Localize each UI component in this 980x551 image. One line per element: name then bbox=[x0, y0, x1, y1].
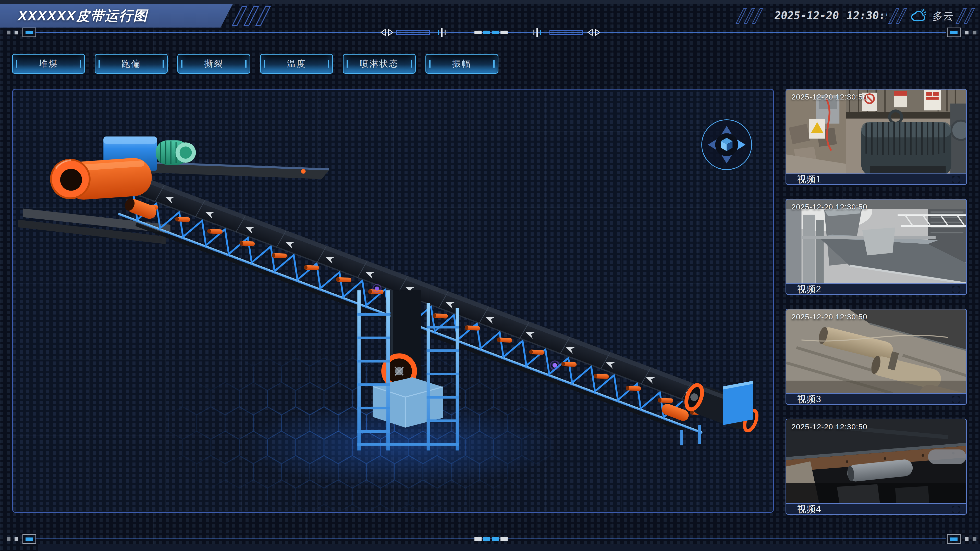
video-timestamp: 2025-12-20 12:30:50 bbox=[791, 203, 867, 211]
button-temperature[interactable]: 温度 bbox=[260, 54, 333, 74]
center-dashes bbox=[474, 27, 508, 38]
weather-label: 多云 bbox=[932, 9, 955, 23]
video-label: 视频4 bbox=[797, 503, 821, 515]
corner-ornament bbox=[6, 27, 36, 38]
dash-box-ornament bbox=[22, 27, 36, 37]
deco-ticks bbox=[532, 27, 541, 38]
corner-ornament bbox=[947, 27, 977, 38]
deco-ticks bbox=[438, 27, 447, 38]
video-label: 视频1 bbox=[797, 173, 821, 185]
expand-icon[interactable] bbox=[951, 285, 961, 294]
expand-icon[interactable] bbox=[951, 505, 961, 514]
video-feed-4: 2025-12-20 12:30:50 bbox=[786, 419, 966, 503]
dash-box-ornament bbox=[22, 534, 36, 544]
video-feed-1: 2025-12-20 12:30:50 bbox=[786, 89, 966, 173]
nav-pad[interactable] bbox=[702, 120, 752, 170]
video-card-4[interactable]: 2025-12-20 12:30:50 视频4 bbox=[786, 419, 967, 515]
expand-icon[interactable] bbox=[951, 395, 961, 404]
arrow-pair-icon bbox=[380, 27, 394, 38]
video-bar: 视频3 bbox=[786, 393, 966, 405]
page-title: XXXXXX皮带运行图 bbox=[18, 6, 148, 25]
video-card-1[interactable]: 2025-12-20 12:30:50 视频1 bbox=[786, 89, 967, 185]
button-tear[interactable]: 撕裂 bbox=[177, 54, 250, 74]
top-strip bbox=[0, 0, 980, 4]
corner-ornament bbox=[6, 534, 36, 545]
date-text: 2025-12-20 bbox=[773, 9, 840, 24]
cloudy-icon bbox=[911, 9, 927, 24]
arrow-pair-icon bbox=[587, 27, 601, 38]
video-timestamp: 2025-12-20 12:30:50 bbox=[791, 313, 867, 321]
video-card-3[interactable]: 2025-12-20 12:30:50 视频3 bbox=[786, 309, 967, 405]
video-timestamp: 2025-12-20 12:30:50 bbox=[791, 422, 867, 431]
dash-box-ornament bbox=[947, 534, 961, 544]
3d-viewport[interactable] bbox=[12, 89, 774, 513]
bottom-deco-row bbox=[0, 534, 980, 545]
video-bar: 视频2 bbox=[786, 283, 966, 295]
header: XXXXXX皮带运行图 2025-12-20 12:30:5 多云 bbox=[0, 4, 980, 27]
expand-icon[interactable] bbox=[951, 175, 961, 184]
deco-rect bbox=[396, 27, 430, 38]
button-coal-pile[interactable]: 堆煤 bbox=[12, 54, 85, 74]
conveyor-3d-scene bbox=[13, 89, 773, 512]
dashboard-screen: XXXXXX皮带运行图 2025-12-20 12:30:5 多云 bbox=[0, 0, 980, 551]
top-deco-row bbox=[0, 27, 980, 38]
video-label: 视频3 bbox=[797, 393, 821, 405]
button-spray-status[interactable]: 喷淋状态 bbox=[343, 54, 416, 74]
footer-band bbox=[38, 545, 980, 551]
datetime-display: 2025-12-20 12:30:5 bbox=[773, 9, 888, 24]
video-card-2[interactable]: 2025-12-20 12:30:50 视频2 bbox=[786, 199, 967, 295]
weather-widget: 多云 bbox=[911, 9, 954, 24]
video-feed-2: 2025-12-20 12:30:50 bbox=[786, 200, 966, 283]
video-bar: 视频1 bbox=[786, 173, 966, 185]
time-text: 12:30:5 bbox=[845, 9, 888, 24]
title-banner: XXXXXX皮带运行图 bbox=[0, 4, 233, 27]
corner-ornament bbox=[947, 534, 977, 545]
button-deviation[interactable]: 跑偏 bbox=[95, 54, 168, 74]
button-amplitude[interactable]: 振幅 bbox=[425, 54, 498, 74]
dash-box-ornament bbox=[947, 27, 961, 37]
video-bar: 视频4 bbox=[786, 503, 966, 515]
video-label: 视频2 bbox=[797, 283, 821, 295]
center-dashes bbox=[474, 534, 508, 545]
video-timestamp: 2025-12-20 12:30:50 bbox=[791, 93, 867, 101]
video-feed-3: 2025-12-20 12:30:50 bbox=[786, 310, 966, 393]
deco-rect bbox=[549, 27, 583, 38]
